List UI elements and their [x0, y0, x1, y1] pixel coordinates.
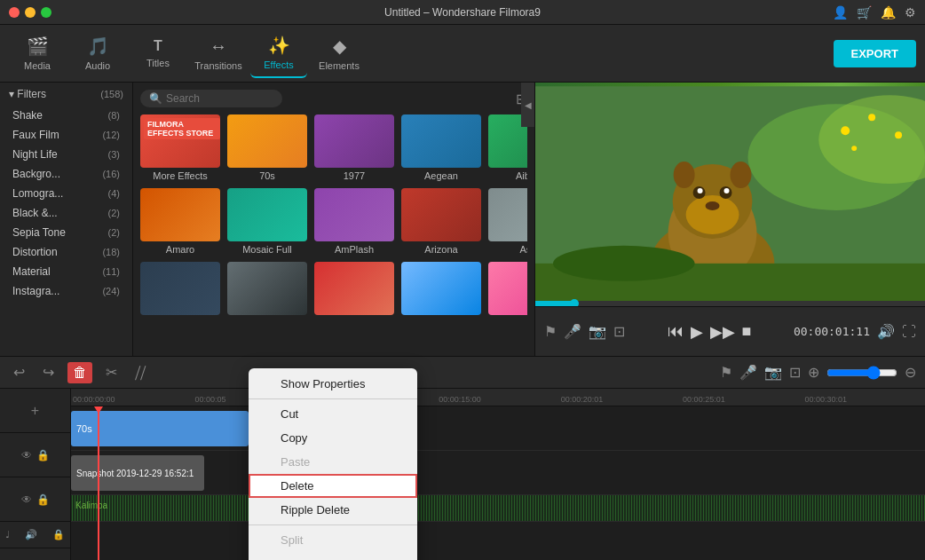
track-controls-panel: + 👁 🔒 👁 🔒 ♩ 🔊 🔒 [0, 389, 71, 560]
effect-thumb-1977 [314, 114, 394, 168]
delete-button[interactable]: 🗑 [67, 362, 92, 383]
audio-track-label: ♩ [5, 529, 10, 540]
eye-icon-track1[interactable]: 👁 [21, 449, 32, 461]
filter-black[interactable]: Black &... (2) [0, 203, 132, 223]
zoom-slider[interactable] [826, 366, 897, 380]
timeline-body: + 👁 🔒 👁 🔒 ♩ 🔊 🔒 00:00:00:00 00 [0, 389, 925, 560]
top-toolbar: 🎬 Media 🎵 Audio T Titles ↔ Transitions ✨… [0, 25, 925, 83]
close-button[interactable] [9, 7, 20, 18]
preview-video [535, 83, 925, 306]
filter-faux-film[interactable]: Faux Film (12) [0, 125, 132, 145]
search-icon: 🔍 [149, 92, 162, 105]
ctx-split[interactable]: Split [249, 528, 417, 552]
export-button[interactable]: EXPORT [834, 40, 916, 67]
maximize-button[interactable] [41, 7, 51, 18]
nav-audio-label: Audio [85, 60, 110, 71]
effect-more-effects[interactable]: FILMORA EFFECTS STORE More Effects [140, 114, 220, 181]
filter-distortion[interactable]: Distortion (18) [0, 242, 132, 262]
titles-icon: T [154, 38, 162, 54]
effect-aegean[interactable]: Aegean [401, 114, 481, 181]
effect-1977[interactable]: 1977 [314, 114, 394, 181]
effect-auto[interactable]: Auto Enhance [140, 262, 220, 319]
svg-point-16 [674, 162, 695, 188]
lock-icon-track1[interactable]: 🔒 [36, 449, 50, 461]
lock-icon-track2[interactable]: 🔒 [36, 493, 50, 506]
effect-thumb-ash [488, 188, 527, 241]
nav-audio[interactable]: 🎵 Audio [69, 28, 126, 78]
search-input[interactable] [166, 92, 273, 105]
split-button[interactable]: ⧸⧸ [130, 362, 150, 383]
snapshot-icon: 📷 [764, 364, 782, 381]
ctx-trim-start[interactable]: Trim Start to Playhead [249, 552, 417, 560]
effect-baltan[interactable]: Baltan [314, 262, 394, 319]
effect-mosaic[interactable]: Mosaic Full [227, 188, 307, 255]
preview-panel: ⚑ 🎤 📷 ⊡ ⏮ ▶ ▶▶ ■ 00:00:01:11 🔊 ⛶ [534, 83, 925, 356]
filter-material[interactable]: Material (11) [0, 262, 132, 281]
effect-thumb-amaro [140, 188, 220, 241]
search-box[interactable]: 🔍 [140, 90, 282, 107]
cut-button[interactable]: ✂ [101, 361, 122, 383]
nav-transitions[interactable]: ↔ Transitions [190, 28, 247, 78]
nav-effects[interactable]: ✨ Effects [250, 28, 307, 78]
filter-instagra[interactable]: Instagra... (24) [0, 281, 132, 301]
audio-mute-icon[interactable]: 🔊 [25, 529, 37, 540]
filter-shake[interactable]: Shake (8) [0, 106, 132, 125]
add-track-icon[interactable]: + [31, 403, 39, 419]
effect-beautify[interactable]: Beautify [488, 262, 527, 319]
effect-ash[interactable]: Ash [488, 188, 527, 255]
effect-basicblur[interactable]: Basic Blur [401, 262, 481, 319]
filter-night-life[interactable]: Night Life (3) [0, 145, 132, 164]
marker-icon: ⚑ [720, 364, 732, 381]
ctx-show-properties[interactable]: Show Properties [249, 372, 417, 396]
stop-button[interactable]: ■ [742, 322, 752, 341]
filter-lomogra[interactable]: Lomogra... (4) [0, 184, 132, 203]
settings-icon: ⚙ [905, 5, 916, 20]
timeline-toolbar: ↩ ↪ 🗑 ✂ ⧸⧸ ⚑ 🎤 📷 ⊡ ⊕ ⊖ [0, 357, 925, 389]
effects-icon: ✨ [268, 35, 290, 56]
transitions-icon: ↔ [210, 36, 227, 57]
svg-point-4 [868, 114, 875, 121]
play-forward-button[interactable]: ▶▶ [710, 322, 735, 342]
person-icon: 👤 [833, 5, 848, 20]
timeline-ruler-area: 00:00:00:00 00:00:05 00:00:10:00 00:00:1… [71, 389, 925, 560]
effects-grid: FILMORA EFFECTS STORE More Effects 70s 1… [140, 114, 527, 319]
ctx-ripple-delete[interactable]: Ripple Delete [249, 498, 417, 522]
ctx-cut[interactable]: Cut [249, 402, 417, 426]
ctx-paste[interactable]: Paste [249, 450, 417, 474]
audio-track-lane: Kalimba [71, 495, 925, 522]
zoom-out-icon[interactable]: ⊖ [905, 364, 916, 381]
context-menu: Show Properties Cut Copy Paste Delete Ri… [249, 368, 417, 560]
filter-backgro[interactable]: Backgro... (16) [0, 164, 132, 184]
timeline-ruler: 00:00:00:00 00:00:05 00:00:10:00 00:00:1… [71, 389, 925, 406]
play-pause-button[interactable]: ▶ [691, 322, 703, 342]
effect-amplash[interactable]: AmPlash [314, 188, 394, 255]
nav-titles[interactable]: T Titles [130, 28, 186, 78]
eye-icon-track2[interactable]: 👁 [21, 493, 32, 506]
titlebar: Untitled – Wondershare Filmora9 👤 🛒 🔔 ⚙ [0, 0, 925, 25]
redo-button[interactable]: ↪ [38, 361, 59, 383]
effect-arizona[interactable]: Arizona [401, 188, 481, 255]
minimize-button[interactable] [25, 7, 36, 18]
timecode-display: 00:00:01:11 [794, 325, 870, 338]
svg-point-14 [724, 188, 730, 193]
effect-badtv[interactable]: Bad TV Signal [227, 262, 307, 319]
ctx-copy[interactable]: Copy [249, 426, 417, 450]
playhead[interactable] [98, 406, 99, 560]
svg-point-5 [851, 146, 857, 151]
step-back-button[interactable]: ⏮ [668, 322, 684, 341]
undo-button[interactable]: ↩ [9, 361, 29, 383]
nav-elements-label: Elements [319, 60, 360, 71]
ctx-delete[interactable]: Delete [249, 474, 417, 498]
audio-lock-icon[interactable]: 🔒 [52, 529, 65, 540]
filters-label: ▾ Filters [9, 88, 46, 100]
fullscreen-icon[interactable]: ⛶ [902, 324, 916, 340]
clip-snapshot[interactable]: Snapshot 2019-12-29 16:52:1 [71, 455, 204, 491]
collapse-panel-arrow[interactable]: ◀ [521, 83, 534, 127]
effect-70s[interactable]: 70s [227, 114, 307, 181]
preview-icon-snap: 📷 [589, 323, 606, 340]
effect-amaro[interactable]: Amaro [140, 188, 220, 255]
nav-media[interactable]: 🎬 Media [9, 28, 66, 78]
effects-panel: ◀ 🔍 ⊞ FILMORA EFFECTS STORE More Effects… [133, 83, 534, 356]
filter-sepia[interactable]: Sepia Tone (2) [0, 223, 132, 242]
nav-elements[interactable]: ◆ Elements [311, 28, 368, 78]
